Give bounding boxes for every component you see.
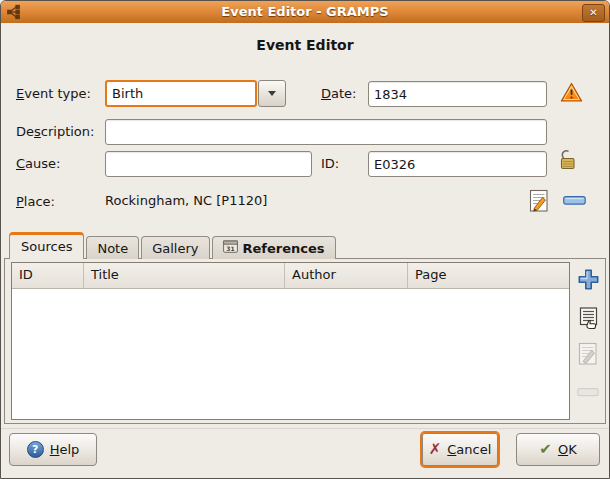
edit-source-button-disabled	[573, 340, 603, 368]
tab-note-label: Note	[97, 238, 128, 259]
close-icon: ✕	[589, 7, 597, 18]
sources-table-body[interactable]	[12, 289, 569, 419]
chevron-down-icon	[268, 91, 276, 96]
share-source-button[interactable]	[573, 304, 603, 332]
description-label: Description:	[16, 118, 94, 145]
footer-separator	[1, 428, 609, 430]
event-calendar-icon: 31	[223, 238, 238, 259]
id-input[interactable]	[368, 151, 547, 177]
minus-icon	[577, 388, 599, 397]
tab-sources[interactable]: Sources	[9, 232, 84, 259]
place-label: Place:	[16, 188, 55, 215]
tab-references-label: References	[243, 238, 325, 259]
tab-gallery-label: Gallery	[152, 238, 198, 259]
warning-icon	[560, 82, 583, 107]
sources-table[interactable]: ID Title Author Page	[11, 262, 570, 420]
page-title: Event Editor	[1, 37, 609, 53]
add-source-button[interactable]	[573, 265, 603, 293]
share-hand-icon	[577, 306, 600, 330]
cancel-button-label: Cancel	[447, 442, 491, 457]
description-input[interactable]	[105, 119, 547, 145]
cause-input[interactable]	[105, 151, 312, 177]
lock-open-icon[interactable]	[557, 149, 578, 176]
date-label: Date:	[321, 80, 356, 107]
help-button[interactable]: ? Help	[9, 433, 97, 466]
id-label: ID:	[321, 150, 339, 177]
edit-place-button[interactable]	[526, 187, 552, 214]
remove-source-button-disabled	[573, 378, 603, 406]
help-button-label: Help	[50, 442, 80, 457]
ok-check-icon: ✔	[539, 442, 552, 457]
tab-bar: Sources Note Gallery 31 References	[9, 232, 338, 259]
event-type-label: Event type:	[16, 80, 91, 107]
event-editor-window: Event Editor - GRAMPS ✕ Event Editor Eve…	[0, 0, 610, 479]
place-value: Rockingham, NC [P1120]	[105, 188, 267, 214]
close-button[interactable]: ✕	[582, 4, 605, 22]
minus-icon	[563, 196, 586, 206]
event-type-combobox[interactable]: Birth	[105, 80, 286, 107]
remove-place-button[interactable]	[560, 187, 588, 214]
tab-gallery[interactable]: Gallery	[141, 236, 209, 259]
ok-button-label: OK	[558, 442, 577, 457]
titlebar[interactable]: Event Editor - GRAMPS ✕	[1, 1, 609, 23]
edit-icon	[577, 342, 599, 366]
column-header-title[interactable]: Title	[84, 263, 285, 288]
column-header-page[interactable]: Page	[408, 263, 569, 288]
ok-button[interactable]: ✔ OK	[516, 433, 600, 466]
help-icon: ?	[27, 441, 44, 458]
sources-table-header: ID Title Author Page	[12, 263, 569, 289]
cancel-button[interactable]: ✗ Cancel	[420, 431, 500, 468]
tab-note[interactable]: Note	[86, 236, 139, 259]
event-type-dropdown-button[interactable]	[258, 80, 286, 107]
window-title: Event Editor - GRAMPS	[1, 1, 609, 23]
tab-sources-label: Sources	[21, 236, 72, 258]
tab-references[interactable]: 31 References	[212, 236, 336, 259]
edit-icon	[528, 189, 550, 213]
column-header-id[interactable]: ID	[12, 263, 84, 288]
plus-icon	[577, 268, 600, 291]
cause-label: Cause:	[16, 150, 60, 177]
date-input[interactable]	[368, 81, 547, 107]
event-type-value[interactable]: Birth	[105, 80, 257, 107]
cancel-x-icon: ✗	[429, 442, 442, 457]
svg-text:31: 31	[226, 244, 234, 251]
column-header-author[interactable]: Author	[285, 263, 408, 288]
